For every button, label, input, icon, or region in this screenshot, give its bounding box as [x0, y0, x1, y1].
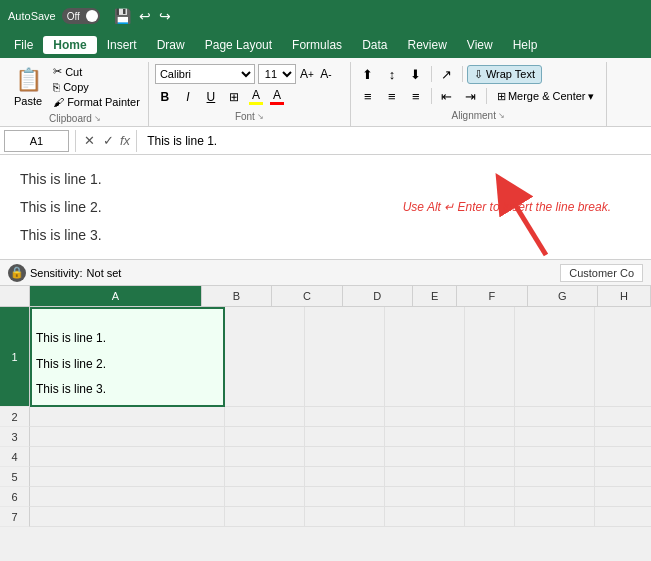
row-num-2[interactable]: 2 — [0, 407, 30, 427]
cell-c6[interactable] — [305, 487, 385, 507]
col-header-f[interactable]: F — [457, 286, 527, 306]
alignment-expand-icon[interactable]: ↘ — [498, 111, 505, 120]
formula-cancel-button[interactable]: ✕ — [82, 131, 97, 150]
format-painter-button[interactable]: 🖌 Format Painter — [51, 95, 142, 109]
cell-a7[interactable] — [30, 507, 225, 527]
menu-insert[interactable]: Insert — [97, 36, 147, 54]
cell-b5[interactable] — [225, 467, 305, 487]
cell-b7[interactable] — [225, 507, 305, 527]
menu-help[interactable]: Help — [503, 36, 548, 54]
cell-e5[interactable] — [465, 467, 515, 487]
cut-button[interactable]: ✂ Cut — [51, 64, 142, 79]
italic-button[interactable]: I — [178, 87, 198, 107]
row-num-4[interactable]: 4 — [0, 447, 30, 467]
save-icon[interactable]: 💾 — [114, 8, 131, 24]
autosave-toggle[interactable]: Off — [62, 8, 100, 24]
cell-e7[interactable] — [465, 507, 515, 527]
cell-e6[interactable] — [465, 487, 515, 507]
bold-button[interactable]: B — [155, 87, 175, 107]
cell-e3[interactable] — [465, 427, 515, 447]
cell-d6[interactable] — [385, 487, 465, 507]
formula-confirm-button[interactable]: ✓ — [101, 131, 116, 150]
cell-d5[interactable] — [385, 467, 465, 487]
font-size-decrease[interactable]: A- — [318, 64, 334, 84]
paste-button[interactable]: 📋 Paste — [8, 65, 48, 109]
cell-a6[interactable] — [30, 487, 225, 507]
cell-a5[interactable] — [30, 467, 225, 487]
cell-d2[interactable] — [385, 407, 465, 427]
cell-g3[interactable] — [595, 427, 651, 447]
cell-a2[interactable] — [30, 407, 225, 427]
cell-c3[interactable] — [305, 427, 385, 447]
menu-home[interactable]: Home — [43, 36, 96, 54]
col-header-a[interactable]: A — [30, 286, 202, 306]
cell-e4[interactable] — [465, 447, 515, 467]
orientation-button[interactable]: ↗ — [436, 64, 458, 84]
row-num-7[interactable]: 7 — [0, 507, 30, 527]
cell-e1[interactable] — [465, 307, 515, 407]
row-num-3[interactable]: 3 — [0, 427, 30, 447]
cell-a1[interactable]: This is line 1. This is line 2. This is … — [30, 307, 225, 407]
cell-d7[interactable] — [385, 507, 465, 527]
menu-page-layout[interactable]: Page Layout — [195, 36, 282, 54]
indent-more-button[interactable]: ⇥ — [460, 86, 482, 106]
col-header-c[interactable]: C — [272, 286, 342, 306]
cell-c7[interactable] — [305, 507, 385, 527]
menu-review[interactable]: Review — [397, 36, 456, 54]
cell-d4[interactable] — [385, 447, 465, 467]
align-left-button[interactable]: ≡ — [357, 86, 379, 106]
undo-icon[interactable]: ↩ — [139, 8, 151, 24]
col-header-e[interactable]: E — [413, 286, 457, 306]
formula-input[interactable] — [143, 134, 647, 148]
menu-file[interactable]: File — [4, 36, 43, 54]
cell-f5[interactable] — [515, 467, 595, 487]
cell-g7[interactable] — [595, 507, 651, 527]
cell-g5[interactable] — [595, 467, 651, 487]
col-header-d[interactable]: D — [343, 286, 413, 306]
cell-b1[interactable] — [225, 307, 305, 407]
cell-g1[interactable] — [595, 307, 651, 407]
row-num-5[interactable]: 5 — [0, 467, 30, 487]
col-header-h[interactable]: H — [598, 286, 651, 306]
cell-reference[interactable]: A1 — [4, 130, 69, 152]
align-right-button[interactable]: ≡ — [405, 86, 427, 106]
cell-g4[interactable] — [595, 447, 651, 467]
cell-g6[interactable] — [595, 487, 651, 507]
menu-data[interactable]: Data — [352, 36, 397, 54]
font-name-select[interactable]: Calibri — [155, 64, 255, 84]
cell-c5[interactable] — [305, 467, 385, 487]
underline-button[interactable]: U — [201, 87, 221, 107]
menu-view[interactable]: View — [457, 36, 503, 54]
copy-button[interactable]: ⎘ Copy — [51, 80, 142, 94]
menu-formulas[interactable]: Formulas — [282, 36, 352, 54]
cell-b2[interactable] — [225, 407, 305, 427]
cell-f3[interactable] — [515, 427, 595, 447]
cell-f6[interactable] — [515, 487, 595, 507]
fill-color-button[interactable]: A — [247, 86, 265, 107]
cell-c2[interactable] — [305, 407, 385, 427]
indent-less-button[interactable]: ⇤ — [436, 86, 458, 106]
cell-a3[interactable] — [30, 427, 225, 447]
align-center-button[interactable]: ≡ — [381, 86, 403, 106]
cell-d1[interactable] — [385, 307, 465, 407]
align-top-button[interactable]: ⬆ — [357, 64, 379, 84]
cell-c4[interactable] — [305, 447, 385, 467]
align-bottom-button[interactable]: ⬇ — [405, 64, 427, 84]
row-num-1[interactable]: 1 — [0, 307, 30, 407]
cell-d3[interactable] — [385, 427, 465, 447]
wrap-text-button[interactable]: ⇩ Wrap Text — [467, 65, 542, 84]
col-header-b[interactable]: B — [202, 286, 272, 306]
cell-b6[interactable] — [225, 487, 305, 507]
font-expand-icon[interactable]: ↘ — [257, 112, 264, 121]
cell-f7[interactable] — [515, 507, 595, 527]
cell-f2[interactable] — [515, 407, 595, 427]
clipboard-expand-icon[interactable]: ↘ — [94, 114, 101, 123]
border-button[interactable]: ⊞ — [224, 87, 244, 107]
font-color-button[interactable]: A — [268, 86, 286, 107]
cell-f4[interactable] — [515, 447, 595, 467]
row-num-6[interactable]: 6 — [0, 487, 30, 507]
cell-g2[interactable] — [595, 407, 651, 427]
redo-icon[interactable]: ↪ — [159, 8, 171, 24]
font-size-increase[interactable]: A+ — [299, 64, 315, 84]
align-middle-button[interactable]: ↕ — [381, 64, 403, 84]
